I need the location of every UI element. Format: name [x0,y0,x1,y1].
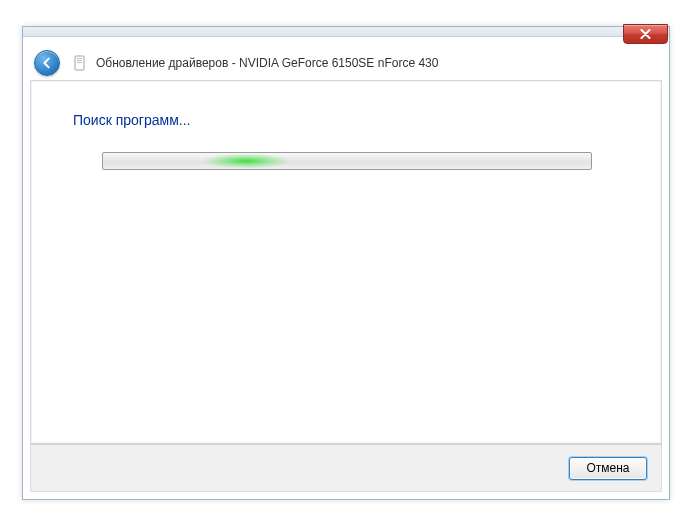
svg-rect-1 [77,58,82,59]
footer-panel: Отмена [30,444,662,492]
progress-marquee-glow [191,153,301,169]
cancel-button[interactable]: Отмена [569,457,647,480]
content-panel [30,80,662,444]
svg-rect-3 [77,62,82,63]
header-row: Обновление драйверов - NVIDIA GeForce 61… [34,48,658,78]
close-button[interactable] [623,24,668,44]
close-icon [640,29,651,39]
back-button[interactable] [34,50,60,76]
svg-rect-2 [77,60,82,61]
window-title: Обновление драйверов - NVIDIA GeForce 61… [96,56,438,70]
progress-bar [102,152,592,170]
titlebar [23,27,669,37]
wizard-icon [72,55,88,71]
back-arrow-icon [40,56,54,70]
progress-heading: Поиск программ... [73,112,190,128]
